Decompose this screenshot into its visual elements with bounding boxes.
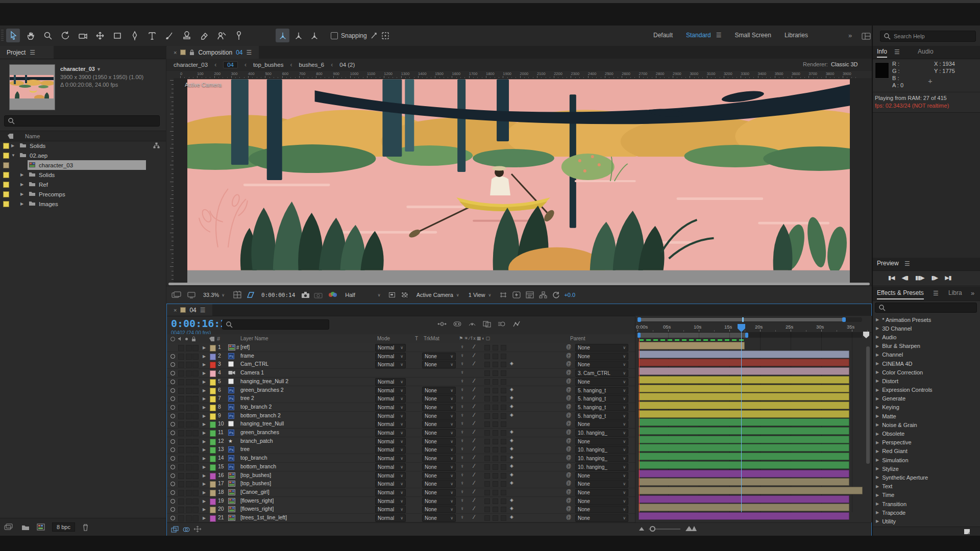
layer-label-swatch[interactable] (210, 430, 216, 437)
switch-box[interactable] (501, 507, 506, 512)
layer-switch-box[interactable] (178, 354, 184, 360)
expander-icon[interactable]: ▶ (876, 502, 879, 506)
layer-expander-icon[interactable]: ▶ (203, 447, 206, 452)
layer-name[interactable]: branch_patch (240, 438, 273, 444)
draft-3d-icon[interactable] (453, 320, 461, 328)
layer-visibility-toggle[interactable] (170, 388, 175, 393)
trkmat-dropdown[interactable]: None∨ (422, 412, 456, 420)
3d-layer-switch-icon[interactable]: ◈ (510, 514, 513, 519)
breadcrumb-item-1[interactable]: 04 (223, 61, 238, 68)
layer-expander-icon[interactable]: ▶ (203, 380, 206, 384)
item-dropdown-caret[interactable]: ▼ (96, 67, 101, 72)
layer-row-7[interactable]: ▶7Pstree 2Normal∨None∨♀∕◈@5. hanging_t∨ (167, 394, 635, 403)
layer-expander-icon[interactable]: ▶ (203, 439, 206, 444)
3d-layer-switch-icon[interactable]: ◈ (510, 387, 513, 392)
parent-dropdown[interactable]: None∨ (575, 514, 628, 522)
tab-composition[interactable]: × Composition 04 ☰ (166, 46, 259, 59)
workspace-small-screen[interactable]: Small Screen (735, 32, 771, 39)
layer-label-swatch[interactable] (210, 388, 216, 394)
switch-box[interactable] (501, 430, 506, 436)
switch-box[interactable] (501, 515, 506, 521)
blend-mode-dropdown[interactable]: Normal∨ (375, 438, 406, 445)
trkmat-dropdown[interactable]: None∨ (422, 497, 456, 505)
layer-row-2[interactable]: ▶2PsframeNormal∨None∨♀∕@None∨ (167, 352, 635, 361)
layer-switch-box[interactable] (192, 447, 199, 453)
layer-expander-icon[interactable]: ▶ (203, 473, 206, 478)
layer-row-13[interactable]: ▶13PstreeNormal∨None∨♀∕◈@10. hanging_∨ (167, 445, 635, 454)
parent-pickwhip-icon[interactable]: @ (566, 404, 571, 409)
blend-mode-dropdown[interactable]: Normal∨ (375, 455, 406, 462)
layer-name[interactable]: frame (240, 353, 254, 359)
layer-visibility-toggle[interactable] (170, 439, 175, 444)
parent-pickwhip-icon[interactable]: @ (566, 395, 571, 400)
selection-tool[interactable] (6, 29, 20, 42)
expander-icon[interactable]: ▶ (876, 353, 879, 357)
effects-category-simulation[interactable]: ▶Simulation (873, 456, 980, 464)
parent-dropdown[interactable]: None∨ (575, 361, 628, 368)
expander-icon[interactable]: ▶ (11, 143, 14, 148)
parent-dropdown[interactable]: None∨ (575, 497, 628, 505)
switch-box[interactable] (493, 388, 498, 393)
layer-expander-icon[interactable]: ▶ (203, 388, 206, 393)
layer-switch-box[interactable] (178, 498, 184, 505)
expander-icon[interactable]: ▶ (876, 466, 879, 471)
shy-switch-icon[interactable]: ♀ (460, 353, 464, 358)
layer-switch-box[interactable] (192, 473, 199, 479)
interpret-footage-icon[interactable] (4, 523, 14, 531)
layer-expander-icon[interactable]: ▶ (203, 499, 206, 504)
layer-row-3[interactable]: ▶3Cam_CTRLNormal∨None∨♀∕◈@None∨ (167, 360, 635, 369)
switch-box[interactable] (484, 421, 490, 427)
layer-visibility-toggle[interactable] (170, 362, 175, 367)
layer-switch-box[interactable] (178, 430, 184, 436)
layer-switch-box[interactable] (186, 421, 192, 428)
switch-box[interactable] (484, 515, 490, 521)
switch-box[interactable] (493, 439, 498, 444)
workspace-default[interactable]: Default (653, 32, 673, 39)
layer-switch-box[interactable] (178, 464, 184, 470)
switch-box[interactable] (484, 379, 490, 385)
expander-icon[interactable]: ▼ (11, 153, 15, 158)
parent-pickwhip-icon[interactable]: @ (566, 489, 571, 494)
layer-switch-box[interactable] (178, 421, 184, 428)
layer-duration-bar-2[interactable] (639, 350, 849, 358)
layer-name[interactable]: [trees_1st_line_left] (240, 514, 287, 520)
parent-pickwhip-icon[interactable]: @ (566, 412, 571, 418)
hide-shy-layers-icon[interactable] (468, 320, 476, 328)
switch-box[interactable] (493, 498, 498, 504)
switch-box[interactable] (501, 354, 506, 359)
quality-switch-icon[interactable]: ∕ (474, 420, 475, 426)
view-layout-caret[interactable]: ∨ (488, 293, 492, 297)
label-color-swatch[interactable] (3, 143, 9, 149)
layer-visibility-toggle[interactable] (170, 482, 175, 486)
navigator-end-handle[interactable] (842, 317, 846, 322)
layer-switch-box[interactable] (186, 439, 192, 445)
last-frame-button[interactable]: ▶▮ (945, 274, 951, 281)
parent-dropdown[interactable]: None∨ (575, 420, 628, 428)
tab-effects-presets[interactable]: Effects & Presets (877, 289, 924, 299)
quality-switch-icon[interactable]: ∕ (474, 497, 475, 503)
effects-category-blur-sharpen[interactable]: ▶Blur & Sharpen (873, 342, 980, 350)
project-item-label[interactable]: character_03 (39, 162, 73, 168)
expand-transfer-controls-icon[interactable] (182, 526, 190, 533)
layer-duration-bar-18[interactable] (639, 487, 863, 494)
quality-switch-icon[interactable]: ∕ (474, 394, 475, 400)
layer-label-swatch[interactable] (210, 456, 216, 462)
parent-dropdown[interactable]: 10. hanging_∨ (575, 446, 628, 454)
layer-duration-bar-12[interactable] (639, 436, 849, 443)
project-tree-item-ref[interactable]: ▶Ref (0, 180, 166, 189)
parent-pickwhip-icon[interactable]: @ (566, 429, 571, 435)
parent-dropdown[interactable]: None∨ (575, 353, 628, 360)
quality-switch-icon[interactable]: ∕ (474, 480, 475, 486)
quality-switch-icon[interactable]: ∕ (474, 437, 475, 443)
parent-dropdown[interactable]: 10. hanging_∨ (575, 455, 628, 462)
quality-switch-icon[interactable]: ∕ (474, 454, 475, 460)
layer-name[interactable]: [ref] (240, 344, 250, 350)
layer-expander-icon[interactable]: ▶ (203, 431, 206, 435)
rotate-tool[interactable] (58, 29, 72, 42)
shy-switch-icon[interactable]: ♀ (460, 369, 464, 375)
blend-mode-dropdown[interactable]: Normal∨ (375, 489, 406, 496)
blend-mode-dropdown[interactable]: Normal∨ (375, 446, 406, 454)
expander-icon[interactable]: ▶ (876, 493, 879, 497)
project-item-label[interactable]: Solids (30, 143, 45, 149)
parent-dropdown[interactable]: 3. Cam_CTRL∨ (575, 369, 628, 377)
